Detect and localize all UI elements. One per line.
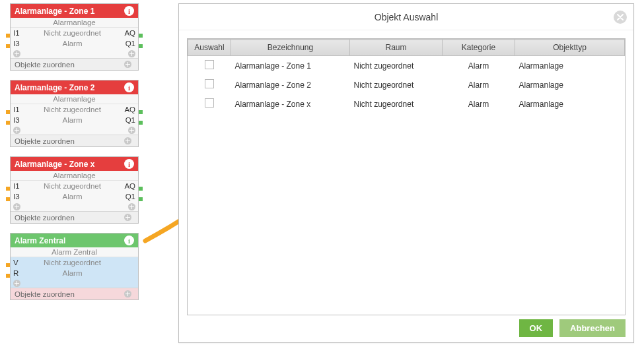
card-footer[interactable]: Objekte zuordnen: [11, 135, 138, 146]
card-subtype: Alarmanlage: [11, 94, 138, 104]
output-port-icon[interactable]: [139, 34, 143, 38]
table-row[interactable]: Alarmanlage - Zone 2Nicht zugeordnetAlar…: [188, 75, 625, 94]
col-kategorie[interactable]: Kategorie: [443, 40, 515, 56]
plus-icon[interactable]: [128, 50, 135, 57]
port-label-right: AQ: [122, 182, 138, 190]
plus-icon[interactable]: [124, 290, 131, 298]
plus-icon[interactable]: [124, 214, 131, 221]
close-icon[interactable]: [614, 11, 627, 24]
object-selection-dialog: Objekt Auswahl Auswahl Bezeichnung Raum …: [178, 3, 634, 343]
row-text: Alarm: [22, 40, 122, 47]
card-row: I1Nicht zugeordnetAQ: [11, 28, 138, 38]
cell-kategorie: Alarm: [443, 75, 515, 94]
checkbox[interactable]: [205, 60, 214, 69]
info-icon[interactable]: i: [124, 82, 134, 92]
card-header: Alarmanlage - Zone xi: [11, 157, 138, 171]
card-row: I1Nicht zugeordnetAQ: [11, 181, 138, 191]
plus-icon[interactable]: [13, 203, 20, 210]
table-row[interactable]: Alarmanlage - Zone xNicht zugeordnetAlar…: [188, 94, 625, 113]
add-port-row: [11, 202, 138, 211]
card-row: RAlarm: [11, 268, 138, 278]
input-port-icon[interactable]: [6, 197, 10, 201]
card-row: I3AlarmQ1: [11, 115, 138, 125]
function-block[interactable]: Alarm ZentraliAlarm ZentralVNicht zugeor…: [10, 233, 139, 300]
port-label-left: I1: [11, 182, 22, 190]
input-port-icon[interactable]: [6, 121, 10, 125]
cell-raum: Nicht zugeordnet: [350, 94, 443, 113]
cell-kategorie: Alarm: [443, 94, 515, 113]
col-objekttyp[interactable]: Objekttyp: [515, 40, 625, 56]
footer-label: Objekte zuordnen: [15, 61, 75, 69]
cell-objekttyp: Alarmanlage: [515, 94, 625, 113]
output-port-icon[interactable]: [139, 197, 143, 201]
card-title: Alarmanlage - Zone x: [15, 160, 94, 169]
plus-icon[interactable]: [13, 280, 20, 287]
plus-icon[interactable]: [124, 61, 131, 68]
footer-label: Objekte zuordnen: [15, 214, 75, 222]
input-port-icon[interactable]: [6, 187, 10, 191]
port-label-left: I3: [11, 193, 22, 201]
cell-objekttyp: Alarmanlage: [515, 75, 625, 94]
card-header: Alarmanlage - Zone 1i: [11, 4, 138, 18]
cell-kategorie: Alarm: [443, 56, 515, 76]
checkbox[interactable]: [205, 79, 214, 88]
footer-label: Objekte zuordnen: [15, 137, 75, 145]
input-port-icon[interactable]: [6, 34, 10, 38]
plus-icon[interactable]: [124, 137, 131, 144]
col-bezeichnung[interactable]: Bezeichnung: [231, 40, 350, 56]
card-footer[interactable]: Objekte zuordnen: [11, 288, 138, 299]
function-block[interactable]: Alarmanlage - Zone 1iAlarmanlageI1Nicht …: [10, 3, 139, 71]
output-port-icon[interactable]: [139, 187, 143, 191]
card-footer[interactable]: Objekte zuordnen: [11, 211, 138, 223]
cell-bezeichnung: Alarmanlage - Zone x: [231, 94, 350, 113]
input-port-icon[interactable]: [6, 274, 10, 278]
info-icon[interactable]: i: [124, 159, 134, 169]
input-port-icon[interactable]: [6, 44, 10, 48]
card-title: Alarmanlage - Zone 1: [15, 7, 94, 16]
input-port-icon[interactable]: [6, 110, 10, 114]
input-port-icon[interactable]: [6, 263, 10, 267]
plus-icon[interactable]: [128, 203, 135, 210]
port-label-right: AQ: [122, 29, 138, 37]
col-raum[interactable]: Raum: [350, 40, 443, 56]
card-column: Alarmanlage - Zone 1iAlarmanlageI1Nicht …: [10, 3, 139, 309]
output-port-icon[interactable]: [139, 44, 143, 48]
plus-icon[interactable]: [128, 127, 135, 134]
cell-raum: Nicht zugeordnet: [350, 75, 443, 94]
plus-icon[interactable]: [13, 50, 20, 57]
port-label-left: I1: [11, 106, 22, 113]
cell-raum: Nicht zugeordnet: [350, 56, 443, 76]
add-port-row: [11, 278, 138, 288]
info-icon[interactable]: i: [124, 235, 134, 245]
card-footer[interactable]: Objekte zuordnen: [11, 58, 138, 70]
port-label-left: R: [11, 269, 22, 277]
row-text: Alarm: [22, 193, 122, 201]
card-row: I3AlarmQ1: [11, 191, 138, 202]
card-subtype: Alarmanlage: [11, 18, 138, 28]
card-body: I1Nicht zugeordnetAQI3AlarmQ1: [11, 28, 138, 58]
row-text: Nicht zugeordnet: [22, 29, 122, 37]
checkbox[interactable]: [205, 98, 214, 108]
table-row[interactable]: Alarmanlage - Zone 1Nicht zugeordnetAlar…: [188, 56, 625, 76]
row-text: Nicht zugeordnet: [22, 106, 122, 113]
row-text: Alarm: [22, 116, 122, 124]
port-label-left: I1: [11, 29, 22, 37]
object-table-container: Auswahl Bezeichnung Raum Kategorie Objek…: [187, 38, 626, 315]
info-icon[interactable]: i: [124, 6, 134, 16]
function-block[interactable]: Alarmanlage - Zone xiAlarmanlageI1Nicht …: [10, 156, 139, 224]
col-auswahl[interactable]: Auswahl: [188, 40, 231, 56]
output-port-icon[interactable]: [139, 121, 143, 125]
cell-objekttyp: Alarmanlage: [515, 56, 625, 76]
function-block[interactable]: Alarmanlage - Zone 2iAlarmanlageI1Nicht …: [10, 80, 139, 147]
object-table: Auswahl Bezeichnung Raum Kategorie Objek…: [188, 39, 625, 113]
card-header: Alarmanlage - Zone 2i: [11, 80, 138, 94]
ok-button[interactable]: OK: [519, 319, 554, 337]
add-port-row: [11, 49, 138, 58]
cancel-button[interactable]: Abbrechen: [559, 319, 626, 337]
output-port-icon[interactable]: [139, 110, 143, 114]
dialog-footer: OK Abbrechen: [519, 319, 626, 337]
port-label-right: AQ: [122, 106, 138, 113]
plus-icon[interactable]: [13, 127, 20, 134]
card-title: Alarmanlage - Zone 2: [15, 83, 94, 92]
port-label-right: Q1: [122, 40, 138, 47]
